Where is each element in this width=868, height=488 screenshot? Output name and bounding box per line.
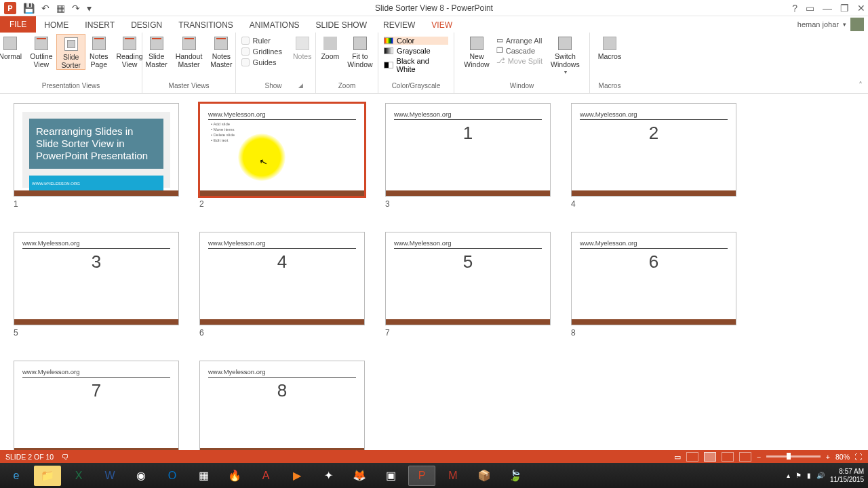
zoom-slider[interactable] [766, 455, 821, 458]
grayscale-button[interactable]: Grayscale [384, 47, 448, 55]
slide-thumb[interactable]: Rearranging Slides in Slide Sorter View … [14, 103, 179, 209]
arrange-all-button[interactable]: ▭ Arrange All [495, 35, 544, 45]
cascade-button[interactable]: ❐ Cascade [495, 45, 544, 56]
gridlines-checkbox[interactable]: Gridlines [241, 47, 282, 56]
slide-thumb[interactable]: www.Myelesson.org13 [385, 103, 551, 209]
taskbar-app7-icon[interactable]: 🍃 [502, 466, 529, 486]
taskbar-app2-icon[interactable]: 🔥 [221, 466, 248, 486]
taskbar-app1-icon[interactable]: ▦ [190, 466, 217, 486]
slide-sorter-pane[interactable]: Rearranging Slides in Slide Sorter View … [0, 94, 868, 450]
taskbar-media-icon[interactable]: ▶ [283, 466, 311, 486]
slide-sorter-button[interactable]: Slide Sorter [56, 34, 85, 70]
tab-insert[interactable]: INSERT [77, 18, 123, 33]
slide-number: 3 [385, 199, 551, 209]
system-tray: ▴ ⚑ ▮ 🔊 8:57 AM 11/15/2015 [787, 468, 864, 484]
qat-redo-icon[interactable]: ↷ [72, 3, 80, 14]
macros-button[interactable]: Macros [594, 34, 625, 60]
taskbar-app3-icon[interactable]: ✦ [315, 466, 342, 486]
slide-master-button[interactable]: Slide Master [142, 34, 172, 68]
taskbar-powerpoint-icon[interactable]: P [408, 466, 435, 486]
tray-network-icon[interactable]: ▮ [807, 472, 811, 479]
outline-view-button[interactable]: Outline View [26, 34, 56, 68]
group-master-views: Slide Master Handout Master Notes Master… [142, 33, 236, 93]
slide-thumb[interactable]: www.Myelesson.org79 [14, 361, 179, 450]
ribbon-options-icon[interactable]: ▭ [806, 3, 814, 14]
tab-view[interactable]: VIEW [423, 18, 460, 33]
minimize-icon[interactable]: — [823, 3, 832, 14]
taskbar-explorer-icon[interactable]: 📁 [34, 466, 61, 486]
qat-customize-icon[interactable]: ▾ [87, 3, 92, 14]
taskbar-adobe-icon[interactable]: A [252, 466, 279, 486]
color-button[interactable]: Color [384, 37, 448, 45]
slideshow-status-button[interactable] [739, 452, 751, 462]
slide-number: 4 [571, 199, 736, 209]
ruler-checkbox[interactable]: Ruler [241, 37, 282, 45]
taskbar-word-icon[interactable]: W [96, 466, 123, 486]
tab-slideshow[interactable]: SLIDE SHOW [308, 18, 375, 33]
group-show: Ruler Gridlines Guides Notes Show◢ [236, 33, 316, 93]
qat-undo-icon[interactable]: ↶ [41, 3, 50, 14]
status-bar: SLIDE 2 OF 10 🗨 ▭ − + 80% ⛶ [0, 450, 868, 463]
tray-caret-icon[interactable]: ▴ [787, 472, 790, 479]
slide-thumb[interactable]: www.Myelesson.org35 [14, 232, 179, 338]
tab-review[interactable]: REVIEW [375, 18, 423, 33]
dialog-launcher-icon[interactable]: ◢ [298, 82, 303, 89]
tray-clock[interactable]: 8:57 AM 11/15/2015 [830, 468, 864, 484]
taskbar-chrome-icon[interactable]: ◉ [127, 466, 155, 486]
slide-thumb[interactable]: www.Myelesson.org24 [571, 103, 736, 209]
slide-thumb[interactable]: www.Myelesson.org • Add slide• Move item… [199, 103, 365, 209]
collapse-ribbon-icon[interactable]: ˄ [859, 81, 863, 90]
sorter-view-status-button[interactable] [704, 452, 716, 462]
tab-design[interactable]: DESIGN [123, 18, 170, 33]
restore-icon[interactable]: ❐ [840, 3, 849, 14]
tray-volume-icon[interactable]: 🔊 [816, 472, 825, 479]
help-icon[interactable]: ? [792, 3, 797, 14]
slide-thumb[interactable]: www.Myelesson.org57 [385, 232, 551, 338]
tab-home[interactable]: HOME [36, 18, 77, 33]
taskbar-outlook-icon[interactable]: O [159, 466, 186, 486]
slide-thumb[interactable]: www.Myelesson.org810 [199, 361, 365, 450]
zoom-level[interactable]: 80% [835, 453, 850, 461]
normal-view-button[interactable]: Normal [0, 34, 26, 60]
close-icon[interactable]: ✕ [857, 3, 865, 14]
fit-status-button[interactable]: ⛶ [855, 453, 863, 461]
notes-button: Notes [289, 34, 315, 60]
handout-master-button[interactable]: Handout Master [172, 34, 207, 68]
black-white-button[interactable]: Black and White [384, 57, 448, 73]
switch-windows-button[interactable]: Switch Windows▾ [547, 34, 584, 77]
reading-view-status-button[interactable] [722, 452, 734, 462]
taskbar-app4-icon[interactable]: ▣ [377, 466, 404, 486]
user-account[interactable]: heman johar ▾ [797, 18, 864, 31]
comments-icon[interactable]: 🗨 [62, 453, 69, 461]
group-label: Window [454, 81, 589, 92]
zoom-button[interactable]: Zoom [317, 34, 343, 60]
group-label: Presentation Views [0, 81, 142, 92]
notes-master-button[interactable]: Notes Master [206, 34, 236, 68]
tray-action-icon[interactable]: ⚑ [795, 472, 802, 479]
slide-thumb[interactable]: www.Myelesson.org46 [199, 232, 365, 338]
taskbar-ie-icon[interactable]: e [3, 466, 30, 486]
group-macros: Macros Macros [590, 33, 629, 93]
notes-page-button[interactable]: Notes Page [85, 34, 112, 68]
user-name: heman johar [797, 20, 839, 28]
taskbar-app5-icon[interactable]: M [439, 466, 467, 486]
tab-animations[interactable]: ANIMATIONS [241, 18, 308, 33]
tab-transitions[interactable]: TRANSITIONS [170, 18, 241, 33]
fit-to-window-button[interactable]: Fit to Window [343, 34, 376, 68]
notes-status-button[interactable]: ▭ [674, 453, 681, 461]
qat-start-icon[interactable]: ▦ [56, 3, 65, 14]
taskbar-firefox-icon[interactable]: 🦊 [346, 466, 373, 486]
zoom-out-button[interactable]: − [757, 453, 761, 461]
new-window-button[interactable]: New Window [460, 34, 493, 68]
guides-checkbox[interactable]: Guides [241, 58, 282, 66]
taskbar-app6-icon[interactable]: 📦 [471, 466, 498, 486]
taskbar-excel-icon[interactable]: X [65, 466, 92, 486]
ribbon-tabs: FILE HOME INSERT DESIGN TRANSITIONS ANIM… [0, 16, 868, 33]
app-icon: P [4, 2, 16, 14]
tab-file[interactable]: FILE [0, 16, 36, 33]
normal-view-status-button[interactable] [686, 452, 698, 462]
qat-save-icon[interactable]: 💾 [23, 3, 35, 14]
slide-thumb[interactable]: www.Myelesson.org68 [571, 232, 736, 338]
group-label: Show◢ [236, 81, 315, 92]
zoom-in-button[interactable]: + [826, 453, 830, 461]
